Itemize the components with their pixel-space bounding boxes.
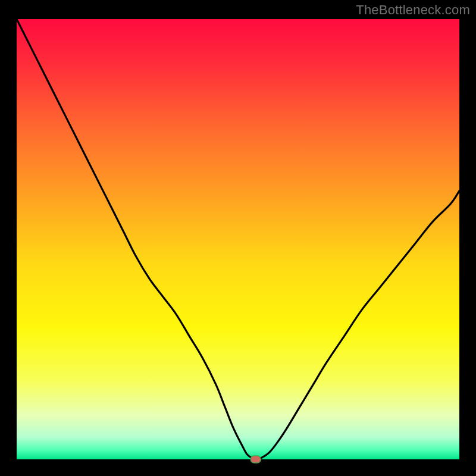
- plot-background: [17, 19, 459, 459]
- watermark-label: TheBottleneck.com: [356, 2, 470, 18]
- selected-point-marker: [250, 456, 261, 463]
- chart-frame: TheBottleneck.com: [0, 0, 476, 476]
- bottleneck-plot: [0, 0, 476, 476]
